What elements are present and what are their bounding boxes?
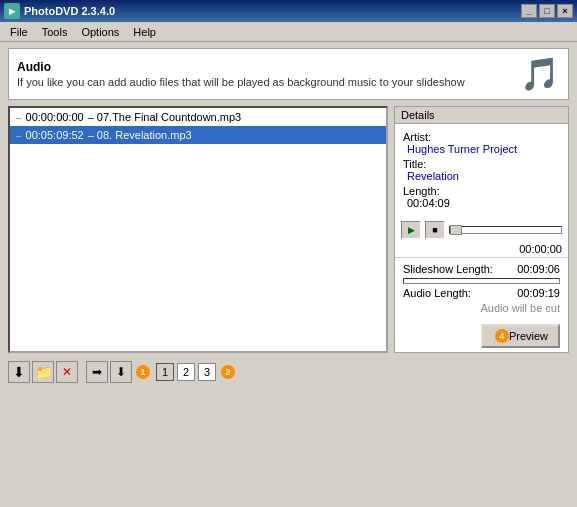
progress-track[interactable] <box>449 226 562 234</box>
time-display: 00:00:00 <box>395 243 568 257</box>
move-right-button[interactable]: ➡ <box>86 361 108 383</box>
stop-button[interactable]: ■ <box>425 221 445 239</box>
playlist-item-1[interactable]: – 00:00:00:00 – 07.The Final Countdown.m… <box>10 108 386 126</box>
title-value: Revelation <box>403 170 560 182</box>
toolbar-badge-1: 1 <box>136 365 150 379</box>
menu-options[interactable]: Options <box>75 24 125 40</box>
audio-length-value: 00:09:19 <box>517 287 560 299</box>
cut-warning: Audio will be cut <box>403 300 560 316</box>
slideshow-length-value: 00:09:06 <box>517 263 560 275</box>
playlist-item-2[interactable]: – 00:05:09:52 – 08. Revelation.mp3 <box>10 126 386 144</box>
maximize-button[interactable]: □ <box>539 4 555 18</box>
audio-length-row: Audio Length: 00:09:19 <box>403 286 560 300</box>
main-content: Audio If you like you can add audio file… <box>0 42 577 507</box>
item-name-2: – 08. Revelation.mp3 <box>88 129 192 141</box>
preview-area: 4 Preview <box>395 320 568 352</box>
details-panel: Details Artist: Hughes Turner Project Ti… <box>394 106 569 353</box>
menu-file[interactable]: File <box>4 24 34 40</box>
player-controls: ▶ ■ <box>395 217 568 243</box>
preview-label: Preview <box>509 330 548 342</box>
move-down-button[interactable]: ⬇ <box>110 361 132 383</box>
details-content: Artist: Hughes Turner Project Title: Rev… <box>395 124 568 213</box>
length-value: 00:04:09 <box>403 197 560 209</box>
length-label: Length: <box>403 185 560 197</box>
app-icon: ▶ <box>4 3 20 19</box>
details-title: Details <box>395 107 568 124</box>
minimize-button[interactable]: _ <box>521 4 537 18</box>
page-1-button[interactable]: 1 <box>156 363 174 381</box>
menu-help[interactable]: Help <box>127 24 162 40</box>
preview-button[interactable]: 4 Preview <box>481 324 560 348</box>
menu-bar: File Tools Options Help <box>0 22 577 42</box>
section-description: If you like you can add audio files that… <box>17 76 465 88</box>
item-name-1: – 07.The Final Countdown.mp3 <box>88 111 241 123</box>
artist-label: Artist: <box>403 131 560 143</box>
slideshow-info: Slideshow Length: 00:09:06 Audio Length:… <box>395 257 568 320</box>
toolbar-badge-2: 2 <box>221 365 235 379</box>
page-3-button[interactable]: 3 <box>198 363 216 381</box>
header-section: Audio If you like you can add audio file… <box>8 48 569 100</box>
add-audio-button[interactable]: ⬇ <box>8 361 30 383</box>
middle-section: – 00:00:00:00 – 07.The Final Countdown.m… <box>8 106 569 353</box>
title-bar: ▶ PhotoDVD 2.3.4.0 _ □ × <box>0 0 577 22</box>
audio-icon: 🎵 <box>520 55 560 93</box>
slideshow-progress-bar <box>403 278 560 284</box>
preview-badge: 4 <box>495 329 509 343</box>
window-close-button[interactable]: × <box>557 4 573 18</box>
section-title: Audio <box>17 60 465 74</box>
item-time-2: 00:05:09:52 <box>26 129 84 141</box>
artist-value: Hughes Turner Project <box>403 143 560 155</box>
page-2-button[interactable]: 2 <box>177 363 195 381</box>
title-label: Title: <box>403 158 560 170</box>
slideshow-length-label: Slideshow Length: <box>403 263 493 275</box>
open-folder-button[interactable]: 📁 <box>32 361 54 383</box>
progress-thumb[interactable] <box>450 225 462 235</box>
menu-tools[interactable]: Tools <box>36 24 74 40</box>
item-icon-1: – <box>16 112 22 123</box>
title-controls: _ □ × <box>521 4 573 18</box>
toolbar: ⬇ 📁 ✕ ➡ ⬇ 1 1 2 3 2 <box>8 361 235 383</box>
slideshow-length-row: Slideshow Length: 00:09:06 <box>403 262 560 276</box>
page-numbers: 1 2 3 2 <box>156 363 235 381</box>
audio-length-label: Audio Length: <box>403 287 471 299</box>
play-button[interactable]: ▶ <box>401 221 421 239</box>
app-title: PhotoDVD 2.3.4.0 <box>24 5 115 17</box>
delete-button[interactable]: ✕ <box>56 361 78 383</box>
item-icon-2: – <box>16 130 22 141</box>
item-time-1: 00:00:00:00 <box>26 111 84 123</box>
playlist-area: – 00:00:00:00 – 07.The Final Countdown.m… <box>8 106 388 353</box>
